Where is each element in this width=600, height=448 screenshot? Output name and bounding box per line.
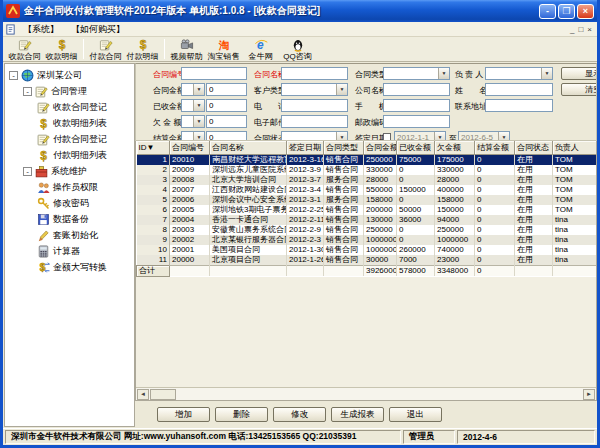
tree-item[interactable]: 套账初始化 [5,227,134,243]
tree-item[interactable]: 计算器 [5,243,134,259]
tree-item[interactable]: -系统维护 [5,163,134,179]
sign-date-checkbox[interactable] [383,133,391,141]
table-row[interactable]: 120010南昌财经大学远程教育合2012-3-16销售合同2500007500… [137,154,598,165]
scroll-left-icon[interactable]: ◄ [137,389,149,400]
scrollbar-thumb[interactable] [150,389,176,400]
toolbar-button-6[interactable]: 淘淘宝销售 [205,38,242,61]
close-button[interactable]: × [577,4,594,19]
contract-amount-input[interactable] [206,83,247,96]
column-header[interactable]: 合同类型 [324,141,364,154]
settle-amount-input[interactable] [206,131,247,141]
tree-item[interactable]: $收款明细列表 [5,115,134,131]
received-amount-input[interactable] [206,99,247,112]
table-row[interactable]: 220009深圳远东儿童医院系统合2012-3-9销售合同33000003300… [137,165,598,175]
tree-item[interactable]: -深圳某公司 [5,67,134,83]
menu-item-how-to-buy[interactable]: 【如何购买】 [66,23,130,36]
table-cell: 20004 [170,215,210,225]
contract-name-input[interactable] [281,67,348,80]
money-icon: $ [37,117,50,130]
add-button[interactable]: 增加 [157,407,210,422]
tree-expander-icon[interactable]: - [23,167,32,176]
tree-item[interactable]: 数据备份 [5,211,134,227]
toolbar-button-1[interactable]: 收款合同 [6,38,43,61]
clear-query-button[interactable]: 清空查询 [561,83,597,96]
customer-type-select[interactable] [281,83,348,96]
table-cell: 销售合同 [324,225,364,235]
show-sort-button[interactable]: 显示排序 [561,67,597,80]
date-to-label: 至 [449,133,457,141]
tree-item[interactable]: 付款合同登记 [5,131,134,147]
column-header[interactable]: 合同金额 [364,141,397,154]
email-input[interactable] [281,115,348,128]
phone-input[interactable] [281,99,348,112]
contract-amount-op-select[interactable] [181,83,205,96]
person-name-input[interactable] [485,83,553,96]
mdi-minimize-button[interactable]: _ [570,25,574,34]
table-cell: 0 [397,235,435,245]
table-row[interactable]: 520006深圳会议中心安全系统合2012-3-1服务合同15800001580… [137,195,598,205]
tree-item[interactable]: $付款明细列表 [5,147,134,163]
column-header[interactable]: 结算金额 [475,141,515,154]
tree-item-label: 系统维护 [51,165,87,178]
table-row[interactable]: 920002北京某银行服务器合同2012-2-3销售合同100000001000… [137,235,598,245]
restore-button[interactable]: ❐ [558,4,575,19]
column-header[interactable]: 欠金额 [435,141,475,154]
modify-button[interactable]: 修改 [273,407,326,422]
tree-expander-icon[interactable]: - [9,71,18,80]
table-cell: 0 [475,205,515,215]
menu-item-system[interactable]: 【系统】 [18,23,64,36]
toolbar-button-8[interactable]: QQ咨询 [279,38,316,61]
manager-select[interactable] [485,67,553,80]
date-to-select[interactable]: 2012-6-5 [458,131,510,141]
owed-amount-input[interactable] [206,115,247,128]
column-header[interactable]: 合同编号 [170,141,210,154]
status-user: 管理员 [403,430,455,444]
generate-report-button[interactable]: 生成报表 [331,407,384,422]
contract-type-select[interactable] [383,67,450,80]
toolbar-button-3[interactable]: 付款合同 [87,38,124,61]
table-total-cell [324,265,364,276]
postcode-input[interactable] [383,115,450,128]
table-row[interactable]: 620005深圳地铁3期电子票务合2012-2-25销售合同2000005000… [137,205,598,215]
table-row[interactable]: 1020001美国项目合同2012-1-30销售合同10000002600007… [137,245,598,255]
settle-op-select[interactable] [181,131,205,141]
table-row[interactable]: 420007江西财政网站建设合同2012-3-4销售合同550000150000… [137,185,598,195]
toolbar-button-5[interactable]: 视频帮助 [168,38,205,61]
horizontal-scrollbar[interactable]: ◄ ► [136,387,596,400]
tree-item[interactable]: 收款合同登记 [5,99,134,115]
tree-expander-icon[interactable]: - [23,87,32,96]
column-header[interactable]: 已收金额 [397,141,435,154]
column-header[interactable]: ID▼ [137,141,170,154]
address-input[interactable] [485,99,553,112]
toolbar-button-7[interactable]: e金牛网 [242,38,279,61]
table-row[interactable]: 320008北京大学培训合同2012-3-7服务合同280000280000在用… [137,175,598,185]
table-total-cell [287,265,324,276]
tree-item[interactable]: 修改密码 [5,195,134,211]
tree-item[interactable]: -合同管理 [5,83,134,99]
table-row[interactable]: 720004香港一卡通合同2012-2-11销售合同13000036000940… [137,215,598,225]
delete-button[interactable]: 删除 [215,407,268,422]
toolbar-button-4[interactable]: $付款明细 [124,38,161,61]
date-from-select[interactable]: 2012-1-1 [394,131,446,141]
tree-item[interactable]: $金额大写转换 [5,259,134,275]
contract-no-input[interactable] [181,67,247,80]
column-header[interactable]: 合同名称 [210,141,287,154]
table-row[interactable]: 820003安徽黄山票务系统合同2012-2-9销售合同250000025000… [137,225,598,235]
received-op-select[interactable] [181,99,205,112]
table-cell: 0 [475,175,515,185]
mdi-close-button[interactable]: × [587,25,592,34]
exit-button[interactable]: 退出 [389,407,442,422]
mdi-restore-button[interactable]: □ [578,25,583,34]
owed-op-select[interactable] [181,115,205,128]
scroll-right-icon[interactable]: ► [583,389,595,400]
column-header[interactable]: 合同状态 [515,141,553,154]
column-header[interactable]: 签定日期 [287,141,324,154]
contract-status-select[interactable] [281,131,348,141]
company-name-input[interactable] [383,83,450,96]
tree-item[interactable]: 操作员权限 [5,179,134,195]
mobile-input[interactable] [383,99,450,112]
column-header[interactable]: 负责人 [553,141,598,154]
table-row[interactable]: 1120000北京项目合同2012-1-26销售合同30000700023000… [137,255,598,266]
toolbar-button-2[interactable]: $收款明细 [43,38,80,61]
minimize-button[interactable]: - [539,4,556,19]
